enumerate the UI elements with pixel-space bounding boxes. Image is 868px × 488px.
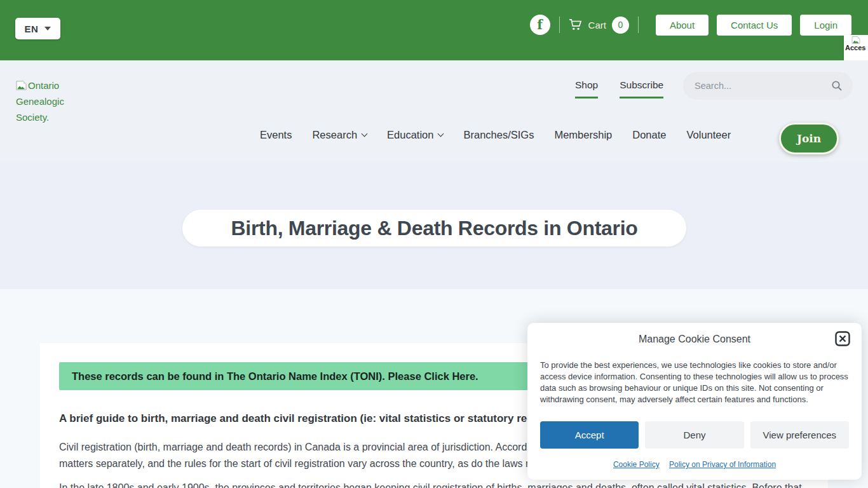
nav-item-volunteer[interactable]: Volunteer [686,129,731,141]
cart-button[interactable]: Cart 0 [569,17,629,34]
deny-button[interactable]: Deny [645,421,743,449]
privacy-policy-link[interactable]: Policy on Privacy of Information [669,460,776,469]
accept-button[interactable]: Accept [540,421,639,449]
close-icon[interactable] [835,331,850,346]
close-x-glyph [835,331,850,346]
nav-item-research[interactable]: Research [312,129,367,141]
cookie-dialog-body: To provide the best experiences, we use … [540,360,850,405]
language-selector[interactable]: EN [15,18,60,39]
top-utility-bar: EN f Cart 0 About Contact Us Login [0,0,868,60]
nav-label: Volunteer [686,129,731,141]
chevron-down-icon [362,131,368,137]
view-preferences-button[interactable]: View preferences [750,421,849,449]
chevron-down-icon [438,131,444,137]
nav-item-events[interactable]: Events [260,129,292,141]
divider [638,17,639,33]
shop-link[interactable]: Shop [575,79,598,98]
broken-image-icon [851,36,860,44]
language-label: EN [25,24,39,34]
nav-label: Branches/SIGs [463,129,534,141]
site-header: Ontario Genealogic Society. Shop Subscri… [0,60,868,162]
search-box [683,72,853,100]
login-button[interactable]: Login [800,15,851,36]
nav-label: Donate [632,129,666,141]
about-button[interactable]: About [656,15,709,36]
main-navigation: Events Research Education Branches/SIGs … [260,129,731,141]
toni-banner-text: These records can be found in The Ontari… [72,370,478,383]
header-quick-links: Shop Subscribe [575,79,663,98]
nav-item-donate[interactable]: Donate [632,129,666,141]
cookie-consent-dialog: Manage Cookie Consent To provide the bes… [527,323,862,480]
cookie-policy-link[interactable]: Cookie Policy [613,460,660,469]
chevron-down-icon [44,27,51,30]
page: EN f Cart 0 About Contact Us Login [0,0,868,488]
page-title: Birth, Marriage & Death Records in Ontar… [231,217,638,240]
contact-us-button[interactable]: Contact Us [717,15,792,36]
topbar-actions: f Cart 0 About Contact Us Login [530,14,851,36]
nav-item-branches-sigs[interactable]: Branches/SIGs [463,129,534,141]
paragraph-line: In the late 1800s and early 1900s, the p… [59,480,809,488]
cookie-dialog-links: Cookie Policy Policy on Privacy of Infor… [527,460,862,469]
nav-label: Research [312,129,357,141]
divider [559,17,560,33]
nav-item-education[interactable]: Education [387,129,443,141]
nav-label: Membership [554,129,612,141]
search-input[interactable] [695,81,831,91]
broken-image-icon [16,81,27,90]
subscribe-link[interactable]: Subscribe [620,79,663,98]
nav-label: Education [387,129,433,141]
cart-count-badge: 0 [612,17,629,34]
cookie-dialog-buttons: Accept Deny View preferences [540,421,849,449]
page-title-card: Birth, Marriage & Death Records in Ontar… [182,210,686,247]
page-title-banner: Birth, Marriage & Death Records in Ontar… [0,162,868,289]
facebook-glyph: f [537,18,543,31]
site-logo[interactable]: Ontario Genealogic Society. [16,78,74,125]
article-paragraph-2: In the late 1800s and early 1900s, the p… [59,480,809,488]
search-icon [831,80,843,92]
facebook-icon[interactable]: f [530,15,550,35]
cart-label: Cart [588,20,606,30]
accessibility-widget[interactable]: Acces [844,35,868,60]
accessibility-alt-text: Acces [845,44,865,51]
search-submit-button[interactable] [831,80,843,92]
cart-icon [569,18,583,31]
join-button[interactable]: Join [779,123,839,154]
cookie-dialog-title: Manage Cookie Consent [527,334,862,345]
nav-item-membership[interactable]: Membership [554,129,612,141]
nav-label: Events [260,129,292,141]
